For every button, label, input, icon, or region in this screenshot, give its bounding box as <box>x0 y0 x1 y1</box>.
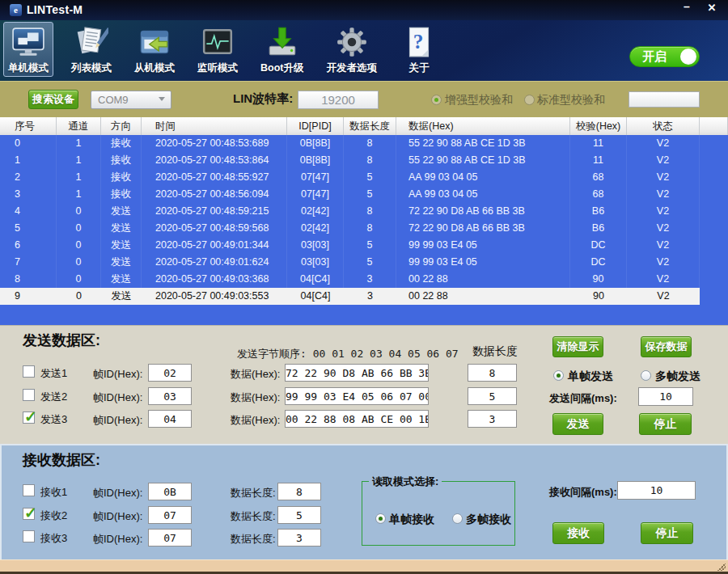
close-button[interactable]: ✕ <box>700 0 723 16</box>
table-cell: V2 <box>627 220 700 237</box>
table-cell: 68 <box>570 186 627 203</box>
multi-frame-receive-radio[interactable] <box>452 513 463 524</box>
table-row[interactable]: 90发送2020-05-27 00:49:03:55304[C4]300 22 … <box>0 288 700 305</box>
table-row[interactable]: 80发送2020-05-27 00:49:03:36804[C4]300 22 … <box>0 271 728 288</box>
checksum-standard-radio[interactable] <box>524 95 535 105</box>
header-checksum-hex[interactable]: 校验(Hex) <box>570 117 627 135</box>
table-row[interactable]: 21接收2020-05-27 00:48:55:92707[47]5AA 99 … <box>0 169 728 186</box>
baud-rate-field[interactable] <box>298 91 379 109</box>
checksum-enhanced-radio[interactable] <box>431 95 442 105</box>
table-cell: 0 <box>57 237 101 254</box>
send3-length-field[interactable] <box>468 410 517 428</box>
table-cell: 11 <box>570 135 627 152</box>
send-button[interactable]: 发送 <box>552 413 603 435</box>
header-data-hex[interactable]: 数据(Hex) <box>396 117 570 135</box>
table-cell: 0 <box>57 288 101 305</box>
header-status[interactable]: 状态 <box>627 117 700 135</box>
checksum-standard-label: 标准型校验和 <box>537 93 605 108</box>
receive2-frame-id-field[interactable] <box>148 506 192 524</box>
toolbar-item-listen-mode[interactable]: 监听模式 <box>193 22 243 77</box>
read-mode-groupbox: 读取模式选择: 单帧接收 多帧接收 <box>362 481 515 546</box>
table-row[interactable]: 50发送2020-05-27 00:48:59:56802[42]872 22 … <box>0 220 728 237</box>
receive2-checkbox[interactable] <box>23 508 35 520</box>
send2-length-field[interactable] <box>468 387 517 405</box>
table-cell: 1 <box>57 169 101 186</box>
single-frame-receive-radio[interactable] <box>375 513 386 524</box>
send1-length-field[interactable] <box>468 364 517 382</box>
search-device-button[interactable]: 搜索设备 <box>28 90 78 109</box>
header-channel[interactable]: 通道 <box>57 117 101 135</box>
toolbar-item-about[interactable]: ? 关于 <box>395 22 443 77</box>
table-row[interactable]: 70发送2020-05-27 00:49:01:62403[03]599 99 … <box>0 254 728 271</box>
toolbar-item-boot-upgrade[interactable]: Boot升级 <box>256 22 308 77</box>
header-direction[interactable]: 方向 <box>101 117 142 135</box>
send3-data-field[interactable] <box>285 410 429 428</box>
table-row[interactable]: 31接收2020-05-27 00:48:56:09407[47]5AA 99 … <box>0 186 728 203</box>
save-data-button[interactable]: 保存数据 <box>641 336 692 357</box>
data-hex-label: 数据(Hex): <box>231 413 280 428</box>
send3-frame-id-field[interactable] <box>148 410 192 428</box>
table-cell: 发送 <box>101 254 142 271</box>
toolbar-item-developer-options[interactable]: 开发者选项 <box>321 22 382 77</box>
send1-label: 发送1 <box>40 366 67 381</box>
clear-display-button[interactable]: 清除显示 <box>552 336 603 357</box>
checksum-extra-field[interactable] <box>629 91 700 108</box>
table-cell: 68 <box>570 169 627 186</box>
power-toggle[interactable]: 开启 <box>629 46 700 67</box>
receive1-length-field[interactable] <box>277 483 321 500</box>
table-row[interactable]: 11接收2020-05-27 00:48:53:8640B[8B]855 22 … <box>0 152 728 169</box>
table-cell: B6 <box>570 220 627 237</box>
send1-frame-id-field[interactable] <box>148 364 192 382</box>
receive-interval-field[interactable] <box>617 481 696 500</box>
com-port-select[interactable]: COM9 <box>91 91 171 109</box>
header-time[interactable]: 时间 <box>142 117 287 135</box>
table-cell: 发送 <box>101 288 142 305</box>
send-interval-field[interactable] <box>638 387 693 406</box>
multi-frame-send-label: 多帧发送 <box>655 369 700 384</box>
receive3-checkbox[interactable] <box>23 530 35 542</box>
send2-data-field[interactable] <box>285 387 429 405</box>
toggle-knob-icon <box>680 49 696 65</box>
toolbar-item-label: 单机模式 <box>8 61 49 75</box>
send-stop-button[interactable]: 停止 <box>639 413 692 435</box>
single-frame-receive-label: 单帧接收 <box>389 513 434 527</box>
receive-button[interactable]: 接收 <box>552 522 604 544</box>
table-row[interactable]: 60发送2020-05-27 00:49:01:34403[03]599 99 … <box>0 237 728 254</box>
length-label: 数据长度: <box>231 486 276 500</box>
slave-mode-icon <box>137 24 172 60</box>
data-hex-label: 数据(Hex): <box>231 390 280 405</box>
send3-label: 发送3 <box>40 412 67 427</box>
table-row[interactable]: 01接收2020-05-27 00:48:53:6890B[8B]855 22 … <box>0 135 728 152</box>
receive3-length-field[interactable] <box>277 529 321 547</box>
receive1-checkbox[interactable] <box>23 484 35 496</box>
send-row-2: 发送2 帧ID(Hex): 数据(Hex): <box>0 386 728 406</box>
receive3-frame-id-field[interactable] <box>148 529 192 547</box>
receive-stop-button[interactable]: 停止 <box>641 522 693 544</box>
table-cell: 0B[8B] <box>287 135 344 152</box>
toolbar-item-standalone-mode[interactable]: 单机模式 <box>3 22 53 77</box>
main-toolbar: 单机模式 列表模式 <box>0 20 728 81</box>
receive1-frame-id-field[interactable] <box>148 483 192 500</box>
table-cell: 8 <box>344 135 396 152</box>
toolbar-item-label: 监听模式 <box>197 61 238 75</box>
receive2-length-field[interactable] <box>277 506 321 524</box>
header-id-pid[interactable]: ID[PID] <box>287 117 344 135</box>
multi-frame-send-radio[interactable] <box>641 370 651 381</box>
table-cell: B6 <box>570 203 627 220</box>
send1-checkbox[interactable] <box>23 365 35 378</box>
send2-checkbox[interactable] <box>23 389 35 401</box>
table-cell: 2020-05-27 00:49:03:368 <box>142 271 287 288</box>
send2-frame-id-field[interactable] <box>148 387 192 405</box>
send3-checkbox[interactable] <box>23 412 35 424</box>
single-frame-send-radio[interactable] <box>553 370 564 381</box>
header-index[interactable]: 序号 <box>0 117 57 135</box>
com-port-value: COM9 <box>98 94 129 106</box>
power-toggle-label: 开启 <box>642 49 667 65</box>
toolbar-item-slave-mode[interactable]: 从机模式 <box>129 22 180 77</box>
table-row[interactable]: 40发送2020-05-27 00:48:59:21502[42]872 22 … <box>0 203 728 220</box>
minimize-button[interactable]: – <box>675 0 699 16</box>
toolbar-item-list-mode[interactable]: 列表模式 <box>66 22 116 77</box>
resize-grip-icon[interactable] <box>717 563 726 571</box>
send1-data-field[interactable] <box>285 364 429 382</box>
header-data-length[interactable]: 数据长度 <box>344 117 396 135</box>
